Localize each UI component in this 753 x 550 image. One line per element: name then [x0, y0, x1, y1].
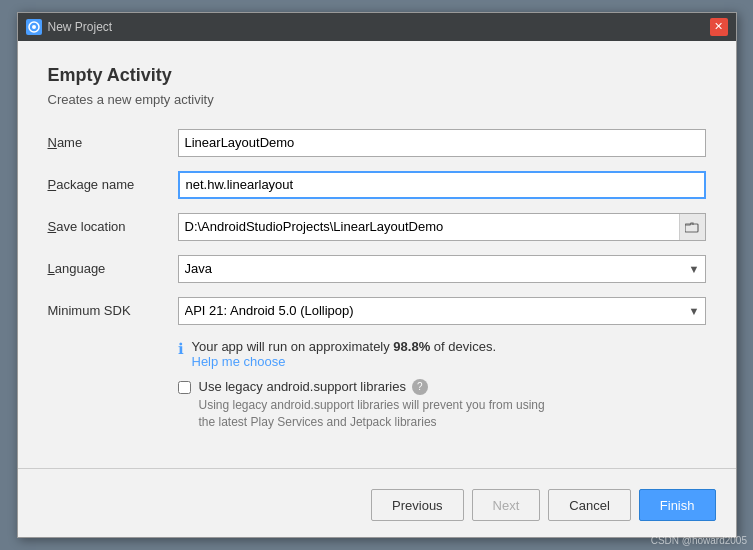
language-label: Language [48, 261, 178, 276]
language-select-wrapper: Java Kotlin ▼ [178, 255, 706, 283]
language-row: Language Java Kotlin ▼ [48, 255, 706, 283]
activity-heading: Empty Activity [48, 65, 706, 86]
legacy-label-row: Use legacy android.support libraries ? [199, 379, 545, 395]
language-select[interactable]: Java Kotlin [178, 255, 706, 283]
info-text: Your app will run on approximately 98.8%… [192, 339, 497, 354]
close-button[interactable]: ✕ [710, 18, 728, 36]
cancel-button[interactable]: Cancel [548, 489, 630, 521]
name-row: Name [48, 129, 706, 157]
legacy-content: Use legacy android.support libraries ? U… [199, 379, 545, 431]
svg-point-1 [32, 25, 36, 29]
info-content: Your app will run on approximately 98.8%… [192, 339, 497, 369]
save-location-input-wrapper [178, 213, 706, 241]
name-label: Name [48, 135, 178, 150]
previous-button[interactable]: Previous [371, 489, 464, 521]
legacy-checkbox[interactable] [178, 381, 191, 394]
watermark: CSDN @howard2005 [651, 535, 747, 546]
title-bar-left: New Project [26, 19, 113, 35]
minimum-sdk-select[interactable]: API 21: Android 5.0 (Lollipop) API 22: A… [178, 297, 706, 325]
dialog-footer: Previous Next Cancel Finish [18, 481, 736, 537]
activity-subtitle: Creates a new empty activity [48, 92, 706, 107]
dialog-content: Empty Activity Creates a new empty activ… [18, 41, 736, 453]
name-input[interactable] [178, 129, 706, 157]
save-location-row: Save location [48, 213, 706, 241]
package-name-label: Package name [48, 177, 178, 192]
legacy-row: Use legacy android.support libraries ? U… [178, 379, 706, 431]
dialog-title: New Project [48, 20, 113, 34]
minimum-sdk-label: Minimum SDK [48, 303, 178, 318]
save-location-input[interactable] [179, 217, 679, 236]
android-studio-icon [26, 19, 42, 35]
help-me-choose-link[interactable]: Help me choose [192, 354, 286, 369]
percentage-text: 98.8% [393, 339, 430, 354]
new-project-dialog: New Project ✕ Empty Activity Creates a n… [17, 12, 737, 539]
minimum-sdk-select-wrapper: API 21: Android 5.0 (Lollipop) API 22: A… [178, 297, 706, 325]
info-section: ℹ Your app will run on approximately 98.… [178, 339, 706, 369]
finish-button[interactable]: Finish [639, 489, 716, 521]
legacy-label: Use legacy android.support libraries [199, 379, 406, 394]
package-name-row: Package name [48, 171, 706, 199]
title-bar: New Project ✕ [18, 13, 736, 41]
save-location-label: Save location [48, 219, 178, 234]
legacy-description: Using legacy android.support libraries w… [199, 397, 545, 431]
info-icon: ℹ [178, 340, 184, 358]
browse-folder-button[interactable] [679, 214, 705, 240]
help-tooltip-icon[interactable]: ? [412, 379, 428, 395]
next-button[interactable]: Next [472, 489, 541, 521]
footer-divider [18, 468, 736, 469]
package-name-input[interactable] [178, 171, 706, 199]
minimum-sdk-row: Minimum SDK API 21: Android 5.0 (Lollipo… [48, 297, 706, 325]
